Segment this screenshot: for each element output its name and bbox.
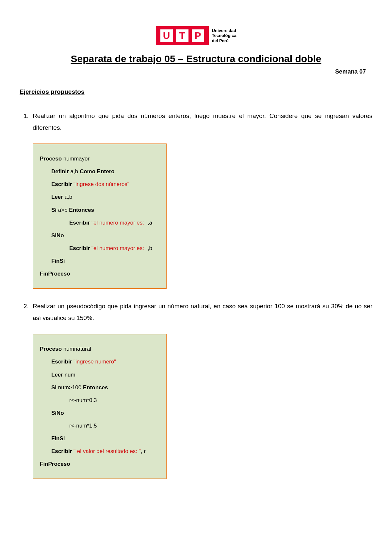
logo-subtitle: Universidad Tecnológica del Perú [212, 28, 237, 43]
code-line: r<-num*1.5 [40, 419, 159, 432]
code-line: Proceso numnatural [40, 343, 159, 355]
logo-letter-u: U [160, 29, 173, 42]
section-heading: Ejercicios propuestos [20, 88, 372, 95]
logo-letter-p: P [192, 29, 204, 42]
exercise-item: 1.Realizar un algoritmo que pida dos núm… [20, 110, 372, 134]
code-line: SiNo [40, 407, 159, 419]
logo-box: U T P Universidad Tecnológica del Perú [156, 26, 237, 45]
code-line: FinSi [40, 255, 159, 267]
code-line: Leer num [40, 368, 159, 381]
code-box: Proceso nummayorDefinir a,b Como EnteroE… [33, 143, 167, 289]
code-line: FinProceso [40, 267, 159, 280]
logo-letter-t: T [176, 29, 188, 42]
code-line: SiNo [40, 229, 159, 242]
logo-badge: U T P [156, 26, 209, 45]
code-line: r<-num*0.3 [40, 394, 159, 407]
header-logo: U T P Universidad Tecnológica del Perú [20, 26, 372, 45]
week-label: Semana 07 [20, 68, 372, 75]
exercise-number: 1. [24, 110, 33, 122]
code-line: Escribir "ingrese dos números" [40, 178, 159, 191]
exercise-text: 1.Realizar un algoritmo que pida dos núm… [33, 110, 372, 134]
code-line: Escribir "el numero mayor es: ",b [40, 242, 159, 255]
exercise-text: 2.Realizar un pseudocódigo que pida ingr… [33, 300, 372, 324]
code-line: FinSi [40, 432, 159, 445]
code-line: FinProceso [40, 458, 159, 470]
logo-subtitle-line3: del Perú [212, 38, 237, 43]
code-line: Proceso nummayor [40, 152, 159, 165]
logo-subtitle-line2: Tecnológica [212, 33, 237, 38]
code-line: Si num>100 Entonces [40, 381, 159, 394]
code-line: Leer a,b [40, 191, 159, 203]
code-line: Escribir " el valor del resultado es: ",… [40, 445, 159, 458]
document-title: Separata de trabajo 05 – Estructura cond… [20, 53, 372, 64]
code-line: Escribir "ingrese numero" [40, 355, 159, 368]
code-line: Escribir "el numero mayor es: ",a [40, 216, 159, 229]
logo-subtitle-line1: Universidad [212, 28, 237, 33]
code-box: Proceso numnaturalEscribir "ingrese nume… [33, 334, 167, 479]
code-line: Definir a,b Como Entero [40, 165, 159, 178]
exercise-number: 2. [24, 300, 33, 312]
exercise-item: 2.Realizar un pseudocódigo que pida ingr… [20, 300, 372, 324]
code-line: Si a>b Entonces [40, 204, 159, 216]
